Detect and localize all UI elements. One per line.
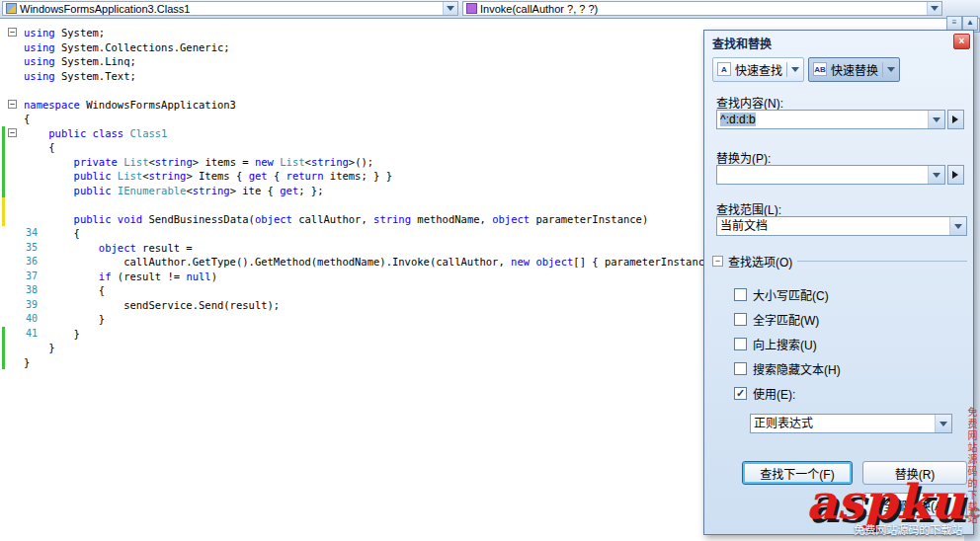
change-tracking-bar	[2, 212, 5, 227]
change-tracking-bar	[2, 327, 5, 342]
use-value: 正则表达式	[754, 417, 813, 430]
change-tracking-bar	[2, 169, 5, 184]
fold-collapse-icon[interactable]: −	[8, 128, 17, 137]
change-tracking-bar	[2, 126, 5, 141]
find-option-row: 大小写匹配(C)	[734, 282, 841, 307]
look-in-value: 当前文档	[720, 219, 768, 233]
find-option-row: ✓使用(E):	[734, 381, 841, 406]
change-tracking-bar	[2, 140, 5, 155]
method-icon	[466, 3, 477, 14]
navigation-bar: WindowsFormsApplication3.Class1 Invoke(c…	[0, 0, 980, 19]
change-tracking-bar	[2, 184, 5, 198]
find-options-checkboxes: 大小写匹配(C)全字匹配(W)向上搜索(U)搜索隐藏文本(H)✓使用(E):	[734, 282, 841, 406]
chevron-down-icon[interactable]	[928, 166, 944, 184]
use-dropdown[interactable]: 正则表达式	[750, 414, 952, 433]
chevron-down-icon[interactable]	[935, 415, 951, 432]
collapse-options-button[interactable]: −	[712, 256, 723, 267]
checkbox-checked[interactable]: ✓	[734, 387, 747, 400]
chevron-down-icon[interactable]	[791, 67, 799, 76]
quick-replace-label: 快速替换	[831, 61, 878, 78]
checkbox-label: 向上搜索(U)	[753, 336, 817, 352]
change-tracking-bar	[2, 155, 5, 170]
find-expression-builder-button[interactable]	[947, 110, 964, 129]
line-number: 41	[26, 327, 38, 342]
replace-with-input[interactable]	[716, 165, 945, 185]
chevron-down-icon[interactable]	[928, 111, 944, 128]
find-options-label: 查找选项(O)	[728, 253, 792, 270]
chevron-down-icon[interactable]	[949, 217, 966, 235]
chevron-down-icon[interactable]	[443, 2, 457, 15]
checkbox-unchecked[interactable]	[734, 362, 747, 375]
find-what-value: ^:d:d:b	[720, 113, 756, 126]
separator	[882, 62, 883, 77]
look-in-dropdown[interactable]: 当前文档	[716, 216, 967, 236]
look-in-label: 查找范围(L):	[716, 200, 781, 217]
fold-collapse-icon[interactable]: −	[8, 28, 17, 37]
checkbox-label: 全字匹配(W)	[753, 311, 819, 328]
quick-replace-tab[interactable]: AB 快速替换	[808, 57, 900, 82]
line-number: 38	[26, 283, 38, 298]
window-split-button[interactable]: ≡	[946, 16, 962, 31]
quick-find-tab[interactable]: A 快速查找	[712, 57, 804, 82]
checkbox-unchecked[interactable]	[734, 338, 747, 350]
find-what-label: 查找内容(N):	[716, 94, 783, 111]
checkbox-unchecked[interactable]	[734, 288, 747, 301]
dialog-title: 查找和替换	[712, 38, 772, 51]
find-option-row: 向上搜索(U)	[734, 332, 841, 356]
line-number: 37	[26, 270, 38, 284]
replace-with-label: 替换为(P):	[716, 149, 771, 166]
checkbox-label: 搜索隐藏文本(H)	[753, 360, 841, 377]
line-number: 40	[26, 312, 38, 327]
fold-collapse-icon[interactable]: −	[8, 100, 17, 109]
find-what-input[interactable]: ^:d:d:b	[716, 110, 945, 129]
quick-replace-icon: AB	[813, 62, 827, 76]
line-number: 35	[26, 241, 38, 256]
close-icon[interactable]: ×	[953, 34, 970, 49]
dialog-toolbar: A 快速查找 AB 快速替换	[704, 56, 904, 82]
quick-find-icon: A	[717, 62, 731, 76]
checkbox-label: 使用(E):	[753, 385, 795, 402]
find-option-row: 全字匹配(W)	[734, 307, 841, 332]
line-number: 34	[26, 226, 38, 241]
divider	[797, 261, 967, 262]
replace-expression-builder-button[interactable]	[947, 165, 964, 185]
chevron-down-icon[interactable]	[927, 2, 941, 15]
checkbox-unchecked[interactable]	[734, 313, 747, 326]
change-tracking-bar	[2, 197, 5, 212]
types-dropdown[interactable]: WindowsFormsApplication3.Class1	[2, 1, 458, 16]
vs-editor-window: WindowsFormsApplication3.Class1 Invoke(c…	[0, 0, 980, 541]
find-replace-dialog: 查找和替换 × A 快速查找 AB 快速替换 查找内容(N): ^:d:d:b	[703, 30, 974, 535]
scroll-up-button[interactable]: ▲	[962, 16, 978, 31]
quick-find-label: 快速查找	[735, 61, 782, 78]
checkbox-label: 大小写匹配(C)	[753, 286, 829, 303]
types-dropdown-value: WindowsFormsApplication3.Class1	[20, 3, 443, 15]
dialog-titlebar[interactable]: 查找和替换 ×	[704, 31, 973, 52]
chevron-down-icon[interactable]	[887, 67, 895, 76]
line-number: 39	[26, 298, 38, 313]
watermark-vertical-tagline: 免费网站源码的下载站	[964, 407, 979, 525]
members-dropdown[interactable]: Invoke(callAuthor ?, ? ?)	[462, 1, 942, 16]
watermark: aspku.com 免费网站源码的下载站	[806, 474, 980, 537]
find-option-row: 搜索隐藏文本(H)	[734, 356, 841, 381]
separator	[786, 62, 787, 77]
line-number: 36	[26, 255, 38, 270]
find-options-header: − 查找选项(O)	[712, 253, 967, 270]
change-tracking-bar	[2, 341, 5, 355]
change-tracking-bar	[2, 355, 5, 370]
class-icon	[6, 3, 17, 14]
members-dropdown-value: Invoke(callAuthor ?, ? ?)	[480, 3, 927, 15]
